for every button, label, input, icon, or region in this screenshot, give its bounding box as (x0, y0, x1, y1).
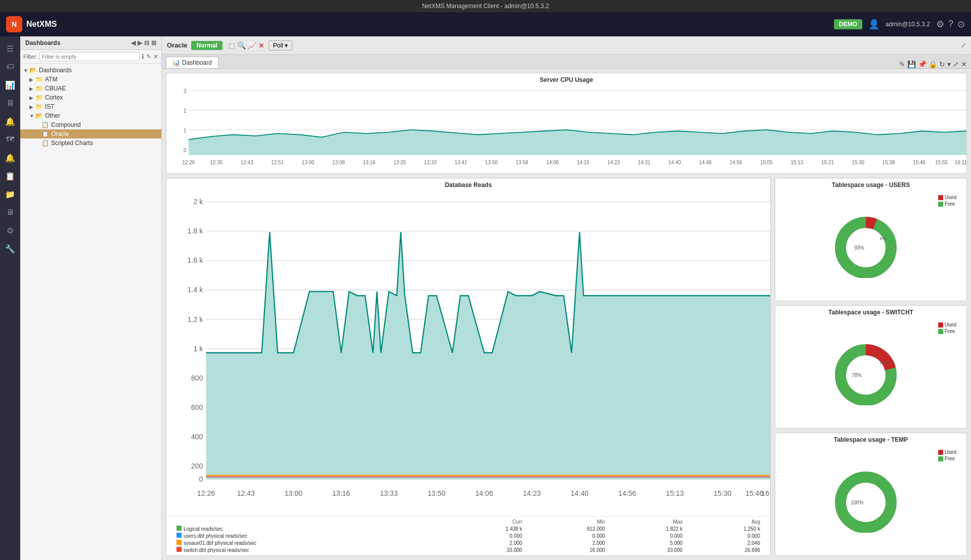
tab-action-save[interactable]: 💾 (907, 60, 916, 68)
svg-text:13:16: 13:16 (332, 489, 350, 497)
tab-action-refresh[interactable]: ↻ (939, 60, 945, 68)
tree-item-atm[interactable]: ▶ 📁 ATM (20, 75, 161, 84)
svg-text:13:00: 13:00 (285, 489, 302, 497)
svg-text:14:15: 14:15 (577, 159, 590, 165)
db-reads-table: CurrMinMaxAvg Logical reads/sec 1.438 k9… (166, 516, 770, 555)
sidebar-icon-reports[interactable]: 📋 (2, 168, 18, 184)
ts-temp-legend: Used Free (938, 449, 956, 462)
ts-temp-used-label: Used (945, 449, 956, 455)
panel-filter-icon[interactable]: ⊟ (144, 39, 149, 46)
object-name: Oracle (167, 41, 187, 49)
filter-edit-icon[interactable]: ✎ (146, 53, 151, 60)
ts-switcht-chart: 78% 21% Used Free (775, 317, 966, 428)
tab-action-edit[interactable]: ✎ (899, 60, 905, 68)
svg-text:13:00: 13:00 (302, 159, 315, 165)
sidebar-icon-tags[interactable]: 🏷 (2, 59, 18, 75)
svg-text:1.6 k: 1.6 k (188, 256, 203, 264)
svg-text:0: 0 (199, 475, 203, 483)
ts-switcht-title: Tablespace usage - SWITCHT (775, 306, 966, 317)
svg-point-81 (841, 477, 891, 528)
toolbar-chart-icon[interactable]: 📈 (248, 41, 256, 50)
svg-text:14:23: 14:23 (523, 489, 541, 497)
svg-text:14:23: 14:23 (607, 159, 620, 165)
tree-item-other[interactable]: ▼ 📂 Other (20, 111, 161, 120)
ts-users-legend: Used Free (938, 195, 956, 208)
logo-area: N NetXMS (6, 16, 828, 32)
tab-action-lock[interactable]: 🔒 (929, 60, 937, 68)
left-panel: Dashboards ◀ ▶ ⊟ ⊞ Filter: ℹ ✎ ✕ ▼ 📂 Das… (20, 36, 162, 560)
svg-text:15:21: 15:21 (821, 159, 834, 165)
tab-action-pin[interactable]: 📌 (918, 60, 926, 68)
tree-item-compound[interactable]: 📋 Compound (20, 120, 161, 129)
panel-back-icon[interactable]: ◀ (131, 39, 136, 46)
tab-action-close[interactable]: ✕ (961, 60, 967, 68)
expand-icon[interactable]: ⤢ (961, 42, 966, 49)
sidebar-icon-alerts[interactable]: 🔔 (2, 113, 18, 129)
table-row: switch.dbf physical reads/sec 33.00016.0… (172, 546, 764, 553)
sidebar-icon-screen[interactable]: 🖥 (2, 204, 18, 220)
tree-item-dashboards[interactable]: ▼ 📂 Dashboards (20, 66, 161, 75)
tree-item-cbuae[interactable]: ▶ 📁 CBUAE (20, 84, 161, 93)
object-header: Oracle Normal ⬚ 🔍 📈 ✕ Poll ▾ ⤢ (162, 36, 971, 55)
filter-clear-icon[interactable]: ✕ (153, 53, 158, 60)
svg-text:12:51: 12:51 (271, 159, 284, 165)
window-title: NetXMS Management Client - admin@10.5.3.… (422, 3, 549, 10)
sidebar-icon-tools[interactable]: 🔧 (2, 241, 18, 257)
db-reads-title: Database Reads (166, 178, 770, 190)
sidebar-icon-folders[interactable]: 📁 (2, 186, 18, 202)
toolbar-search-icon[interactable]: 🔍 (237, 41, 246, 50)
poll-label: Poll ▾ (273, 42, 288, 49)
tree-item-oracle[interactable]: 📋 Oracle (20, 129, 161, 138)
svg-text:1.4 k: 1.4 k (188, 286, 203, 294)
sidebar-icon-map[interactable]: 🗺 (2, 131, 18, 148)
svg-text:13:58: 13:58 (516, 159, 528, 165)
ts-temp-title: Tablespace usage - TEMP (775, 433, 966, 444)
ts-users-used-label: Used (945, 195, 956, 200)
logo-icon: N (6, 16, 22, 32)
svg-marker-8 (189, 130, 966, 155)
panel-header: Dashboards ◀ ▶ ⊟ ⊞ (20, 36, 161, 50)
tree-item-cortex[interactable]: ▶ 📁 Cortex (20, 93, 161, 102)
svg-text:16:03: 16:03 (761, 489, 770, 497)
svg-text:6%: 6% (880, 236, 887, 241)
poll-button[interactable]: Poll ▾ (269, 40, 292, 51)
sidebar-icon-settings[interactable]: ⚙ (2, 222, 18, 239)
tab-action-dropdown[interactable]: ▾ (947, 60, 951, 68)
header-right: DEMO 👤 admin@10.5.3.2 ⚙ ? ⊙ (834, 19, 965, 30)
sidebar-icon-menu[interactable]: ☰ (2, 40, 18, 57)
filter-info-icon: ℹ (142, 53, 144, 60)
help-icon[interactable]: ? (948, 19, 953, 30)
tab-dashboard[interactable]: 📊 Dashboard (166, 57, 218, 68)
account-icon[interactable]: ⊙ (957, 19, 965, 30)
tab-action-fullscreen[interactable]: ⤢ (953, 60, 959, 68)
svg-text:13:16: 13:16 (363, 159, 376, 165)
panel-forward-icon[interactable]: ▶ (138, 39, 142, 46)
tablespace-switcht-panel: Tablespace usage - SWITCHT 78% 21% (775, 305, 967, 429)
tree-item-scripted-charts[interactable]: 📋 Scripted Charts (20, 138, 161, 148)
svg-text:1.2 k: 1.2 k (188, 315, 203, 323)
toolbar-view-icon[interactable]: ⬚ (229, 41, 235, 50)
dashboard-area: Server CPU Usage 3 2 1 0 (162, 69, 971, 560)
filter-label: Filter: (23, 54, 37, 60)
settings-icon[interactable]: ⚙ (936, 19, 944, 30)
svg-text:14:31: 14:31 (638, 159, 650, 165)
table-row: sysaux01.dbf physical reads/sec 2.0002.0… (172, 539, 764, 546)
svg-text:21%: 21% (880, 360, 889, 365)
sidebar-icon-charts[interactable]: 📊 (2, 77, 18, 93)
sidebar-icon-monitor[interactable]: 🖥 (2, 95, 18, 111)
ts-users-free-label: Free (945, 201, 955, 207)
tab-dashboard-label: Dashboard (182, 59, 212, 66)
svg-text:12:26: 12:26 (197, 489, 215, 497)
ts-switcht-free-label: Free (945, 329, 955, 334)
svg-point-73 (841, 222, 891, 273)
tablespace-column: Tablespace usage - USERS 93% 6% (775, 178, 967, 556)
tree-item-ist[interactable]: ▶ 📁 IST (20, 102, 161, 111)
svg-text:1 k: 1 k (193, 345, 203, 353)
svg-text:100%: 100% (851, 500, 864, 505)
toolbar-delete-icon[interactable]: ✕ (258, 41, 264, 50)
svg-text:15:46: 15:46 (913, 159, 925, 165)
filter-input[interactable] (39, 52, 140, 61)
sidebar-icon-bell[interactable]: 🔔 (2, 150, 18, 166)
svg-text:2 k: 2 k (193, 198, 203, 206)
panel-expand-icon[interactable]: ⊞ (151, 39, 156, 46)
